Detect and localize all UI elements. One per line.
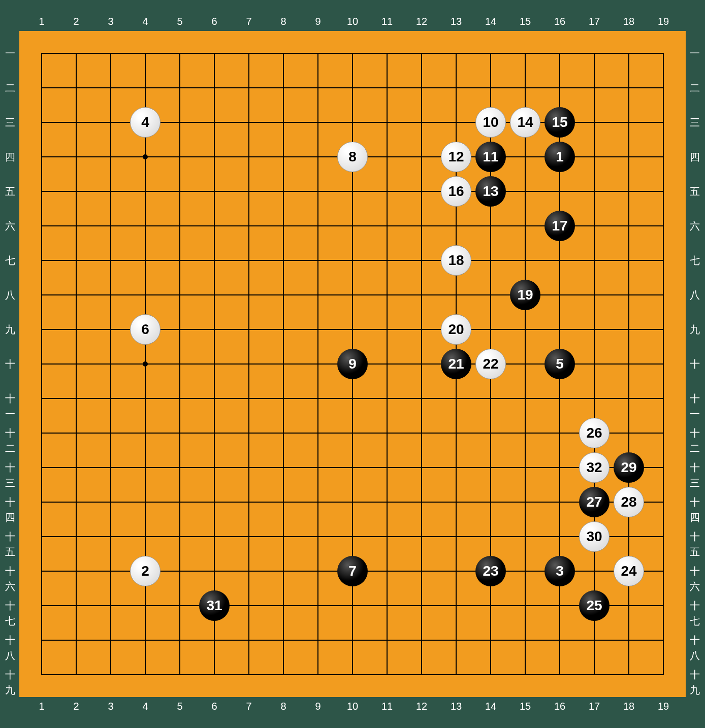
- stone-white-move-18[interactable]: 18: [441, 245, 471, 276]
- stone-black-move-21[interactable]: 21: [441, 349, 471, 379]
- coord-right-13: 十三: [689, 460, 701, 475]
- stone-black-move-5[interactable]: 5: [544, 349, 575, 379]
- move-number: 24: [621, 563, 636, 579]
- coord-left-11: 十一: [4, 391, 16, 406]
- coord-left-9: 九: [4, 322, 16, 337]
- stone-black-move-31[interactable]: 31: [199, 590, 230, 621]
- grid-line-h: [42, 398, 663, 399]
- coord-top-11: 11: [379, 16, 395, 27]
- coord-bottom-10: 10: [345, 701, 360, 712]
- stone-black-move-9[interactable]: 9: [337, 349, 368, 379]
- move-number: 4: [141, 114, 149, 130]
- coord-bottom-15: 15: [518, 701, 533, 712]
- go-board[interactable]: 1234567891011121314151617181920212223242…: [19, 31, 686, 697]
- stone-white-move-26[interactable]: 26: [579, 418, 610, 448]
- stone-white-move-28[interactable]: 28: [614, 487, 644, 517]
- coord-bottom-4: 4: [138, 701, 153, 712]
- coord-right-1: 一: [689, 46, 701, 61]
- stone-black-move-13[interactable]: 13: [475, 176, 506, 207]
- coord-top-1: 1: [34, 16, 49, 27]
- board-wrapper: 1234567891011121314151617181920212223242…: [19, 31, 686, 697]
- coord-bottom-7: 7: [241, 701, 257, 712]
- coord-bottom-8: 8: [276, 701, 291, 712]
- stone-black-move-7[interactable]: 7: [337, 556, 368, 586]
- coord-right-3: 三: [689, 115, 701, 130]
- move-number: 16: [448, 183, 464, 200]
- stone-white-move-8[interactable]: 8: [337, 142, 368, 172]
- move-number: 7: [348, 563, 357, 579]
- stone-black-move-25[interactable]: 25: [579, 590, 610, 621]
- coord-right-2: 二: [689, 80, 701, 95]
- move-number: 8: [348, 149, 357, 165]
- grid-line-h: [42, 502, 663, 503]
- move-number: 10: [483, 114, 498, 130]
- coord-bottom-5: 5: [172, 701, 187, 712]
- grid-line-h: [42, 640, 663, 641]
- grid-line-h: [42, 536, 663, 537]
- coord-left-17: 十七: [4, 598, 16, 613]
- grid-line-v: [594, 53, 595, 675]
- stone-white-move-6[interactable]: 6: [130, 314, 161, 345]
- grid-line-h: [42, 433, 663, 434]
- stone-white-move-14[interactable]: 14: [510, 107, 540, 138]
- move-number: 1: [556, 149, 564, 165]
- grid-line-v: [387, 53, 388, 675]
- coord-left-15: 十五: [4, 529, 16, 544]
- stone-white-move-4[interactable]: 4: [130, 107, 161, 138]
- stone-white-move-32[interactable]: 32: [579, 452, 610, 483]
- move-number: 25: [586, 598, 602, 614]
- coord-bottom-16: 16: [552, 701, 567, 712]
- stone-white-move-20[interactable]: 20: [441, 314, 471, 345]
- grid-line-v: [663, 53, 664, 675]
- coord-left-1: 一: [4, 46, 16, 61]
- stone-white-move-12[interactable]: 12: [441, 142, 471, 172]
- stone-black-move-11[interactable]: 11: [475, 142, 506, 172]
- move-number: 2: [141, 563, 149, 579]
- stone-black-move-23[interactable]: 23: [475, 556, 506, 586]
- move-number: 32: [586, 459, 602, 476]
- coord-left-10: 十: [4, 356, 16, 372]
- coord-right-10: 十: [689, 356, 701, 372]
- stone-black-move-3[interactable]: 3: [544, 556, 575, 586]
- coord-right-4: 四: [689, 149, 701, 164]
- star-point: [143, 361, 148, 367]
- coord-left-6: 六: [4, 218, 16, 234]
- coord-left-12: 十二: [4, 425, 16, 441]
- coord-left-14: 十四: [4, 494, 16, 510]
- coord-right-9: 九: [689, 322, 701, 337]
- coord-left-2: 二: [4, 80, 16, 95]
- move-number: 30: [586, 528, 602, 545]
- coord-top-12: 12: [414, 16, 429, 27]
- coord-left-4: 四: [4, 149, 16, 164]
- grid-line-h: [42, 467, 663, 468]
- stone-black-move-19[interactable]: 19: [510, 280, 540, 310]
- stone-white-move-22[interactable]: 22: [475, 349, 506, 379]
- stone-white-move-24[interactable]: 24: [614, 556, 644, 586]
- stone-black-move-17[interactable]: 17: [544, 211, 575, 241]
- coord-bottom-14: 14: [483, 701, 498, 712]
- grid-line-v: [525, 53, 526, 675]
- move-number: 15: [552, 114, 567, 130]
- stone-black-move-15[interactable]: 15: [544, 107, 575, 138]
- move-number: 17: [552, 218, 567, 234]
- stone-white-move-2[interactable]: 2: [130, 556, 161, 586]
- coord-bottom-19: 19: [656, 701, 671, 712]
- coord-left-19: 十九: [4, 667, 16, 682]
- stone-white-move-16[interactable]: 16: [441, 176, 471, 207]
- stone-black-move-29[interactable]: 29: [614, 452, 644, 483]
- coord-top-5: 5: [172, 16, 187, 27]
- stone-black-move-1[interactable]: 1: [544, 142, 575, 172]
- move-number: 13: [483, 183, 498, 200]
- coord-right-12: 十二: [689, 425, 701, 441]
- coord-right-16: 十六: [689, 564, 701, 579]
- coord-top-13: 13: [448, 16, 464, 27]
- coord-top-16: 16: [552, 16, 567, 27]
- stone-black-move-27[interactable]: 27: [579, 487, 610, 517]
- go-board-container: 1234567891011121314151617181920212223242…: [4, 16, 701, 712]
- coord-left-13: 十三: [4, 460, 16, 475]
- coord-bottom-11: 11: [379, 701, 395, 712]
- coord-left-8: 八: [4, 287, 16, 303]
- stone-white-move-10[interactable]: 10: [475, 107, 506, 138]
- move-number: 23: [483, 563, 498, 579]
- stone-white-move-30[interactable]: 30: [579, 521, 610, 552]
